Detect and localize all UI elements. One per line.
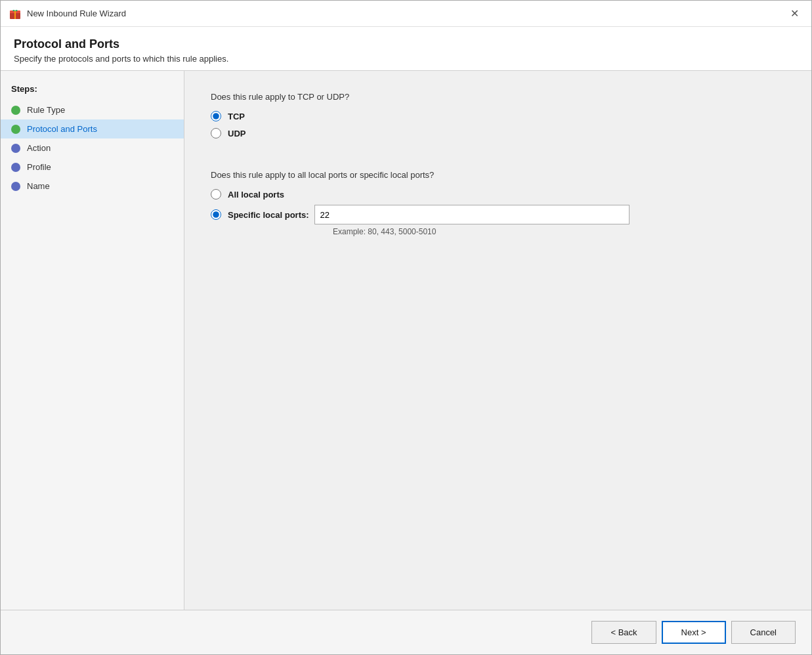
dot-name [11, 182, 20, 191]
sidebar-label-profile: Profile [27, 162, 51, 172]
sidebar: Steps: Rule Type Protocol and Ports Acti… [1, 71, 184, 610]
sidebar-item-name[interactable]: Name [1, 177, 184, 196]
specific-ports-label[interactable]: Specific local ports: [228, 210, 309, 220]
page-title: Protocol and Ports [14, 37, 798, 51]
specific-ports-radio[interactable] [211, 209, 221, 220]
tcp-radio[interactable] [211, 111, 221, 121]
udp-label[interactable]: UDP [228, 129, 246, 138]
all-ports-radio[interactable] [211, 189, 221, 200]
specific-ports-option[interactable]: Specific local ports: [211, 205, 785, 224]
ports-section: Does this rule apply to all local ports … [211, 170, 785, 236]
sidebar-label-protocol-ports: Protocol and Ports [27, 124, 97, 134]
udp-radio[interactable] [211, 128, 221, 138]
sidebar-item-profile[interactable]: Profile [1, 158, 184, 177]
tcp-udp-question: Does this rule apply to TCP or UDP? [211, 92, 785, 102]
udp-option[interactable]: UDP [211, 128, 785, 138]
footer: < Back Next > Cancel [1, 610, 811, 654]
example-text: Example: 80, 443, 5000-5010 [333, 227, 785, 236]
specific-ports-input[interactable] [314, 205, 630, 224]
window-title: New Inbound Rule Wizard [27, 9, 785, 18]
tcp-option[interactable]: TCP [211, 111, 785, 121]
dot-rule-type [11, 106, 20, 115]
dot-action [11, 144, 20, 153]
main-panel: Does this rule apply to TCP or UDP? TCP … [184, 71, 811, 610]
header-section: Protocol and Ports Specify the protocols… [1, 27, 811, 71]
steps-label: Steps: [1, 81, 184, 100]
sidebar-item-action[interactable]: Action [1, 138, 184, 158]
app-icon [9, 7, 22, 20]
dot-profile [11, 163, 20, 172]
back-button[interactable]: < Back [591, 621, 656, 644]
page-subtitle: Specify the protocols and ports to which… [14, 54, 798, 64]
content-area: Steps: Rule Type Protocol and Ports Acti… [1, 71, 811, 610]
cancel-button[interactable]: Cancel [731, 621, 796, 644]
title-bar: New Inbound Rule Wizard ✕ [1, 1, 811, 27]
all-ports-label[interactable]: All local ports [228, 190, 284, 200]
all-ports-option[interactable]: All local ports [211, 189, 785, 200]
ports-question: Does this rule apply to all local ports … [211, 170, 785, 180]
dialog-window: New Inbound Rule Wizard ✕ Protocol and P… [0, 0, 812, 655]
sidebar-label-rule-type: Rule Type [27, 105, 65, 115]
dot-protocol-ports [11, 125, 20, 134]
sidebar-label-action: Action [27, 143, 51, 153]
tcp-udp-group: TCP UDP [211, 111, 785, 145]
svg-rect-2 [14, 11, 16, 19]
tcp-label[interactable]: TCP [228, 112, 245, 121]
sidebar-item-protocol-ports[interactable]: Protocol and Ports [1, 119, 184, 138]
sidebar-item-rule-type[interactable]: Rule Type [1, 100, 184, 119]
sidebar-label-name: Name [27, 181, 50, 191]
close-button[interactable]: ✕ [785, 5, 803, 23]
next-button[interactable]: Next > [662, 621, 726, 644]
